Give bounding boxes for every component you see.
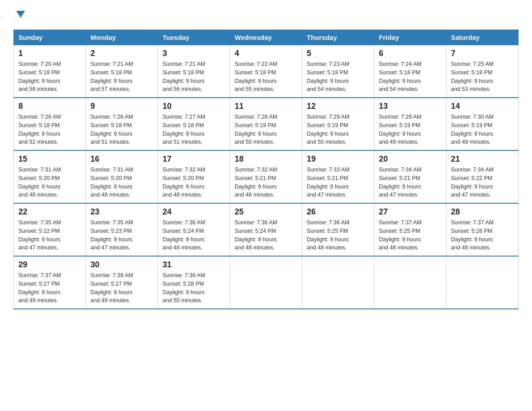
day-number: 5 [307,49,369,58]
day-number: 31 [163,260,225,270]
day-number: 2 [90,49,153,58]
header-cell-sunday: Sunday [14,30,86,45]
day-info: Sunrise: 7:21 AM Sunset: 5:18 PM Dayligh… [163,60,225,94]
page-header [13,9,519,21]
day-number: 7 [451,49,514,58]
day-number: 26 [307,207,369,217]
logo-triangle-icon [14,8,27,21]
day-number: 15 [18,154,81,164]
day-number: 16 [90,154,153,164]
day-info: Sunrise: 7:38 AM Sunset: 5:28 PM Dayligh… [163,271,225,305]
day-cell: 31 Sunrise: 7:38 AM Sunset: 5:28 PM Dayl… [158,256,230,309]
day-info: Sunrise: 7:26 AM Sunset: 5:18 PM Dayligh… [90,113,153,146]
day-number: 23 [90,207,153,217]
day-info: Sunrise: 7:38 AM Sunset: 5:27 PM Dayligh… [90,271,153,305]
day-info: Sunrise: 7:31 AM Sunset: 5:20 PM Dayligh… [90,166,153,199]
day-info: Sunrise: 7:30 AM Sunset: 5:19 PM Dayligh… [451,113,514,146]
day-cell: 29 Sunrise: 7:37 AM Sunset: 5:27 PM Dayl… [14,256,86,309]
day-number: 9 [90,102,153,111]
day-cell: 8 Sunrise: 7:26 AM Sunset: 5:18 PM Dayli… [14,98,86,150]
day-cell: 4 Sunrise: 7:22 AM Sunset: 5:18 PM Dayli… [230,45,302,98]
day-cell: 24 Sunrise: 7:36 AM Sunset: 5:24 PM Dayl… [158,203,230,256]
day-info: Sunrise: 7:25 AM Sunset: 5:18 PM Dayligh… [451,60,514,94]
day-number: 14 [451,102,514,111]
day-cell: 12 Sunrise: 7:29 AM Sunset: 5:19 PM Dayl… [302,98,374,150]
week-row-1: 1 Sunrise: 7:20 AM Sunset: 5:18 PM Dayli… [14,45,519,98]
day-number: 22 [18,207,81,217]
day-number: 20 [379,154,442,164]
day-number: 11 [235,102,297,111]
day-number: 1 [18,49,81,58]
logo [13,9,27,21]
header-cell-friday: Friday [374,30,446,45]
day-info: Sunrise: 7:35 AM Sunset: 5:23 PM Dayligh… [90,218,153,252]
day-cell: 14 Sunrise: 7:30 AM Sunset: 5:19 PM Dayl… [446,98,519,150]
day-cell [230,256,302,309]
week-row-5: 29 Sunrise: 7:37 AM Sunset: 5:27 PM Dayl… [14,256,519,309]
day-number: 4 [235,49,297,58]
day-info: Sunrise: 7:27 AM Sunset: 5:18 PM Dayligh… [163,113,225,146]
day-info: Sunrise: 7:36 AM Sunset: 5:25 PM Dayligh… [307,218,369,252]
svg-marker-0 [16,11,25,18]
day-number: 30 [90,260,153,270]
day-number: 10 [163,102,225,111]
header-cell-monday: Monday [86,30,158,45]
day-cell: 27 Sunrise: 7:37 AM Sunset: 5:25 PM Dayl… [374,203,446,256]
day-cell [302,256,374,309]
day-cell: 19 Sunrise: 7:33 AM Sunset: 5:21 PM Dayl… [302,150,374,203]
day-cell: 10 Sunrise: 7:27 AM Sunset: 5:18 PM Dayl… [158,98,230,150]
day-cell: 22 Sunrise: 7:35 AM Sunset: 5:22 PM Dayl… [14,203,86,256]
day-info: Sunrise: 7:31 AM Sunset: 5:20 PM Dayligh… [18,166,81,199]
header-row: SundayMondayTuesdayWednesdayThursdayFrid… [14,30,519,45]
calendar-body: 1 Sunrise: 7:20 AM Sunset: 5:18 PM Dayli… [14,45,519,309]
day-number: 13 [379,102,442,111]
calendar-table: SundayMondayTuesdayWednesdayThursdayFrid… [13,30,519,309]
day-number: 28 [451,207,514,217]
day-info: Sunrise: 7:23 AM Sunset: 5:18 PM Dayligh… [307,60,369,94]
day-number: 17 [163,154,225,164]
day-number: 6 [379,49,442,58]
day-cell: 5 Sunrise: 7:23 AM Sunset: 5:18 PM Dayli… [302,45,374,98]
day-info: Sunrise: 7:32 AM Sunset: 5:20 PM Dayligh… [163,166,225,199]
day-number: 18 [235,154,297,164]
day-cell: 3 Sunrise: 7:21 AM Sunset: 5:18 PM Dayli… [158,45,230,98]
day-number: 12 [307,102,369,111]
day-info: Sunrise: 7:29 AM Sunset: 5:19 PM Dayligh… [307,113,369,146]
day-number: 25 [235,207,297,217]
day-cell: 25 Sunrise: 7:36 AM Sunset: 5:24 PM Dayl… [230,203,302,256]
day-number: 21 [451,154,514,164]
day-info: Sunrise: 7:20 AM Sunset: 5:18 PM Dayligh… [18,60,81,94]
week-row-2: 8 Sunrise: 7:26 AM Sunset: 5:18 PM Dayli… [14,98,519,150]
day-cell: 28 Sunrise: 7:37 AM Sunset: 5:26 PM Dayl… [446,203,519,256]
day-number: 27 [379,207,442,217]
day-number: 29 [18,260,81,270]
day-number: 8 [18,102,81,111]
calendar-header: SundayMondayTuesdayWednesdayThursdayFrid… [14,30,519,45]
day-number: 3 [163,49,225,58]
day-info: Sunrise: 7:37 AM Sunset: 5:25 PM Dayligh… [379,218,442,252]
day-info: Sunrise: 7:37 AM Sunset: 5:26 PM Dayligh… [451,218,514,252]
header-cell-wednesday: Wednesday [230,30,302,45]
day-info: Sunrise: 7:34 AM Sunset: 5:21 PM Dayligh… [379,166,442,199]
day-info: Sunrise: 7:36 AM Sunset: 5:24 PM Dayligh… [163,218,225,252]
header-cell-thursday: Thursday [302,30,374,45]
day-cell [374,256,446,309]
day-cell: 16 Sunrise: 7:31 AM Sunset: 5:20 PM Dayl… [86,150,158,203]
day-cell [446,256,519,309]
day-cell: 21 Sunrise: 7:34 AM Sunset: 5:22 PM Dayl… [446,150,519,203]
day-cell: 23 Sunrise: 7:35 AM Sunset: 5:23 PM Dayl… [86,203,158,256]
day-cell: 26 Sunrise: 7:36 AM Sunset: 5:25 PM Dayl… [302,203,374,256]
day-info: Sunrise: 7:33 AM Sunset: 5:21 PM Dayligh… [307,166,369,199]
day-info: Sunrise: 7:26 AM Sunset: 5:18 PM Dayligh… [18,113,81,146]
day-cell: 7 Sunrise: 7:25 AM Sunset: 5:18 PM Dayli… [446,45,519,98]
day-info: Sunrise: 7:22 AM Sunset: 5:18 PM Dayligh… [235,60,297,94]
header-cell-saturday: Saturday [446,30,519,45]
day-info: Sunrise: 7:34 AM Sunset: 5:22 PM Dayligh… [451,166,514,199]
day-number: 24 [163,207,225,217]
day-info: Sunrise: 7:35 AM Sunset: 5:22 PM Dayligh… [18,218,81,252]
day-cell: 18 Sunrise: 7:32 AM Sunset: 5:21 PM Dayl… [230,150,302,203]
day-number: 19 [307,154,369,164]
day-info: Sunrise: 7:29 AM Sunset: 5:19 PM Dayligh… [379,113,442,146]
week-row-3: 15 Sunrise: 7:31 AM Sunset: 5:20 PM Dayl… [14,150,519,203]
day-info: Sunrise: 7:21 AM Sunset: 5:18 PM Dayligh… [90,60,153,94]
